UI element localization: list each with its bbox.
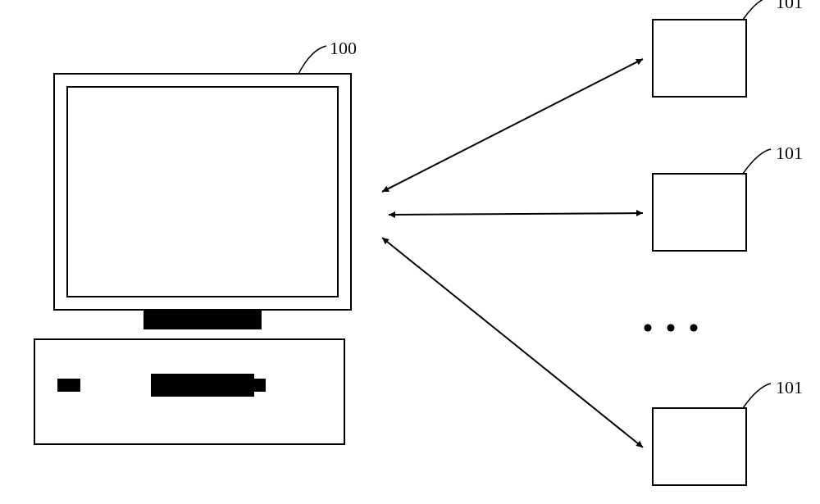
node-bot xyxy=(653,384,771,485)
svg-rect-0 xyxy=(54,74,351,310)
svg-rect-1 xyxy=(67,87,338,297)
node-mid xyxy=(653,149,771,251)
connection-top xyxy=(382,59,643,192)
svg-rect-8 xyxy=(653,174,746,251)
svg-point-12 xyxy=(690,325,698,332)
label-computer-lead xyxy=(298,46,326,74)
svg-point-10 xyxy=(645,325,652,332)
svg-line-15 xyxy=(382,238,643,447)
svg-rect-9 xyxy=(653,408,746,485)
computer xyxy=(34,74,351,444)
system-diagram xyxy=(0,0,820,504)
svg-point-11 xyxy=(667,325,675,332)
svg-rect-7 xyxy=(653,20,746,97)
svg-line-14 xyxy=(389,213,643,215)
node-top xyxy=(653,0,771,97)
connection-bot xyxy=(382,238,643,447)
svg-rect-4 xyxy=(151,374,254,397)
ellipsis-dots xyxy=(645,325,698,332)
svg-line-13 xyxy=(382,59,643,192)
label-node-top: 101 xyxy=(776,0,803,13)
connection-mid xyxy=(389,213,643,215)
label-computer: 100 xyxy=(330,38,357,59)
svg-rect-2 xyxy=(144,310,262,329)
label-node-bot: 101 xyxy=(776,377,803,398)
label-node-mid: 101 xyxy=(776,143,803,164)
svg-rect-6 xyxy=(57,379,80,392)
svg-rect-5 xyxy=(254,379,266,392)
